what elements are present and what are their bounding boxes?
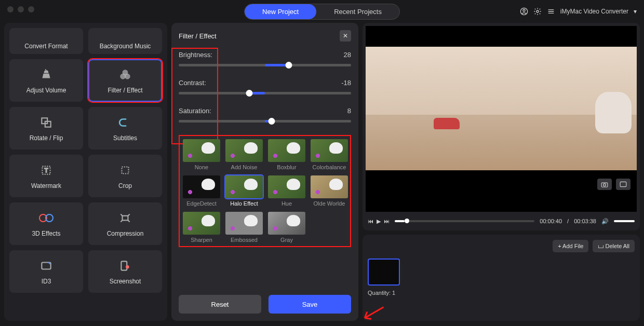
reset-button[interactable]: Reset bbox=[179, 295, 261, 314]
tool-screenshot[interactable]: Screenshot bbox=[88, 250, 162, 293]
filter-edgedetect[interactable]: EdgeDetect bbox=[183, 175, 220, 207]
prev-button[interactable]: ⏮ bbox=[368, 218, 373, 225]
watermark-icon: T bbox=[38, 162, 54, 178]
settings-icon[interactable] bbox=[533, 7, 542, 16]
saturation-label: Saturation: bbox=[179, 107, 211, 115]
fullscreen-button[interactable] bbox=[616, 179, 630, 190]
queue-panel: + Add File ⌴ Delete All Quantity: 1 bbox=[363, 235, 640, 321]
svg-rect-10 bbox=[122, 167, 129, 174]
panel-title: Filter / Effect bbox=[179, 32, 217, 40]
volume-slider[interactable] bbox=[614, 220, 635, 222]
tool-label: Filter / Effect bbox=[108, 87, 142, 94]
filter-presets-grid: None Add Noise Boxblur Colorbalance Edge… bbox=[179, 135, 351, 247]
quantity-value: 1 bbox=[392, 290, 395, 296]
rotate-icon bbox=[38, 115, 54, 130]
subtitles-icon bbox=[117, 115, 133, 130]
brightness-value: 28 bbox=[344, 51, 351, 59]
filter-colorbalance[interactable]: Colorbalance bbox=[311, 139, 348, 170]
filter-embossed[interactable]: Embossed bbox=[225, 212, 263, 243]
queue-item[interactable] bbox=[368, 259, 400, 286]
saturation-slider[interactable]: Saturation: 8 bbox=[179, 107, 351, 123]
project-tabs: New Project Recent Projects bbox=[244, 4, 400, 20]
progress-bar[interactable] bbox=[395, 220, 534, 222]
filter-olde-worlde[interactable]: Olde Worlde bbox=[311, 175, 348, 207]
tool-id3[interactable]: ID3 bbox=[9, 250, 83, 293]
id3-icon bbox=[38, 258, 54, 274]
tools-sidebar: Convert Format Background Music Adjust V… bbox=[4, 23, 167, 321]
tool-label: Rotate / Flip bbox=[30, 134, 63, 142]
3d-icon bbox=[38, 210, 54, 226]
filter-effect-panel: Filter / Effect ✕ Brightness: 28 Contras… bbox=[171, 23, 358, 321]
video-preview-panel: ⏮ ▶ ⏭ 00:00:40/00:03:38 🔊 bbox=[363, 23, 640, 230]
tool-label: Watermark bbox=[31, 182, 61, 189]
svg-rect-13 bbox=[123, 216, 128, 221]
crop-icon bbox=[117, 162, 133, 178]
tab-recent-projects[interactable]: Recent Projects bbox=[316, 4, 399, 19]
tab-new-project[interactable]: New Project bbox=[245, 4, 316, 19]
volume-icon bbox=[38, 67, 54, 83]
contrast-value: -18 bbox=[341, 79, 351, 87]
next-button[interactable]: ⏭ bbox=[384, 218, 390, 225]
play-button[interactable]: ▶ bbox=[377, 218, 381, 225]
brightness-slider[interactable]: Brightness: 28 bbox=[179, 51, 351, 66]
svg-rect-19 bbox=[620, 182, 626, 186]
contrast-slider[interactable]: Contrast: -18 bbox=[179, 79, 351, 94]
tool-label: 3D Effects bbox=[32, 230, 60, 237]
add-file-button[interactable]: + Add File bbox=[553, 240, 588, 252]
tool-subtitles[interactable]: Subtitles bbox=[88, 107, 162, 150]
tool-background-music[interactable]: Background Music bbox=[88, 28, 162, 54]
svg-point-18 bbox=[603, 184, 606, 186]
tool-watermark[interactable]: T Watermark bbox=[9, 155, 83, 197]
tool-crop[interactable]: Crop bbox=[88, 155, 162, 197]
tool-adjust-volume[interactable]: Adjust Volume bbox=[9, 59, 83, 102]
app-name: iMyMac Video Converter bbox=[560, 8, 628, 15]
tool-label: Adjust Volume bbox=[26, 87, 66, 94]
delete-all-button[interactable]: ⌴ Delete All bbox=[593, 240, 635, 252]
tool-label: Background Music bbox=[100, 43, 151, 50]
compression-icon bbox=[117, 210, 133, 226]
time-total: 00:03:38 bbox=[574, 218, 596, 224]
tool-rotate-flip[interactable]: Rotate / Flip bbox=[9, 107, 83, 150]
snapshot-button[interactable] bbox=[597, 179, 612, 190]
svg-rect-15 bbox=[121, 261, 127, 270]
menu-icon[interactable] bbox=[547, 7, 555, 16]
svg-text:T: T bbox=[45, 167, 48, 173]
quantity-label: Quantity: bbox=[368, 290, 392, 296]
tool-label: ID3 bbox=[42, 278, 51, 285]
tool-compression[interactable]: Compression bbox=[88, 202, 162, 245]
screenshot-icon bbox=[117, 258, 133, 274]
svg-point-5 bbox=[125, 74, 130, 79]
contrast-label: Contrast: bbox=[179, 79, 206, 87]
filter-halo-effect[interactable]: Halo Effect bbox=[225, 175, 263, 207]
time-current: 00:00:40 bbox=[540, 218, 562, 224]
svg-point-2 bbox=[536, 10, 539, 12]
app-dropdown-icon[interactable]: ▾ bbox=[634, 8, 637, 15]
svg-point-1 bbox=[523, 9, 525, 11]
close-panel-button[interactable]: ✕ bbox=[340, 30, 351, 42]
filter-add-noise[interactable]: Add Noise bbox=[225, 139, 263, 170]
tool-label: Convert Format bbox=[24, 43, 68, 50]
filter-hue[interactable]: Hue bbox=[268, 175, 305, 207]
tool-label: Subtitles bbox=[113, 134, 137, 142]
account-icon[interactable] bbox=[520, 7, 528, 16]
tool-label: Compression bbox=[107, 230, 144, 237]
tool-filter-effect[interactable]: Filter / Effect bbox=[88, 59, 162, 102]
filter-icon bbox=[117, 67, 133, 83]
tool-label: Crop bbox=[118, 182, 132, 189]
save-button[interactable]: Save bbox=[269, 295, 351, 314]
filter-sharpen[interactable]: Sharpen bbox=[183, 212, 220, 243]
tool-convert-format[interactable]: Convert Format bbox=[9, 28, 83, 54]
tool-3d-effects[interactable]: 3D Effects bbox=[9, 202, 83, 245]
filter-none[interactable]: None bbox=[183, 139, 220, 170]
filter-gray[interactable]: Gray bbox=[268, 212, 305, 243]
mute-button[interactable]: 🔊 bbox=[601, 218, 609, 225]
tool-label: Screenshot bbox=[110, 278, 141, 285]
video-canvas bbox=[366, 26, 637, 212]
svg-point-16 bbox=[126, 265, 129, 269]
filter-boxblur[interactable]: Boxblur bbox=[268, 139, 305, 170]
brightness-label: Brightness: bbox=[179, 51, 212, 59]
saturation-value: 8 bbox=[347, 107, 351, 115]
